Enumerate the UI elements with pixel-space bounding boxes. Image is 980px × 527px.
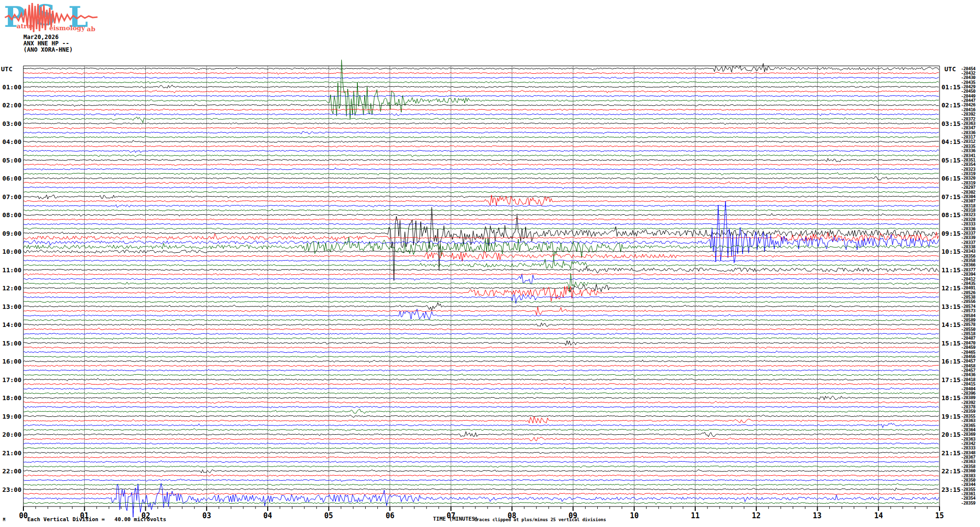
scale-note: Each Vertical Division = 40.00 microvolt… <box>27 516 166 523</box>
right-time-11:15: 11:15 <box>941 266 960 274</box>
right-time-18:15: 18:15 <box>941 394 960 402</box>
x-tick-10: 10 <box>626 511 643 520</box>
left-time-01:00: 01:00 <box>0 83 21 91</box>
x-tick-05: 05 <box>320 511 337 520</box>
right-time-15:15: 15:15 <box>941 340 960 347</box>
x-tick-04: 04 <box>259 511 276 520</box>
trace-row-90 <box>23 479 939 482</box>
trace-row-31 <box>23 209 939 211</box>
trace-row-81 <box>23 437 939 441</box>
left-time-23:00: 23:00 <box>0 486 21 493</box>
trace-row-13 <box>23 127 939 129</box>
x-tick-14: 14 <box>870 511 887 520</box>
right-time-12:15: 12:15 <box>941 284 960 292</box>
right-time-20:15: 20:15 <box>941 431 960 438</box>
trace-row-44 <box>23 266 939 273</box>
trace-row-0 <box>23 63 939 72</box>
trace-row-69 <box>23 383 939 385</box>
right-time-10:15: 10:15 <box>941 248 960 255</box>
trace-row-11 <box>23 117 939 123</box>
trace-row-46 <box>23 274 939 284</box>
trace-row-52 <box>23 303 939 311</box>
right-time-22:15: 22:15 <box>941 467 960 475</box>
trace-row-85 <box>23 456 939 459</box>
trace-row-51 <box>23 301 939 303</box>
corner-glyph: M <box>3 518 5 522</box>
trace-row-70 <box>23 387 939 389</box>
trace-row-78 <box>23 423 939 428</box>
trace-row-53 <box>23 307 939 315</box>
clip-note: Traces clipped at plus/minus 25 vertical… <box>474 517 606 522</box>
trace-row-9 <box>23 109 939 111</box>
left-time-14:00: 14:00 <box>0 321 21 328</box>
right-time-04:15: 04:15 <box>941 138 960 145</box>
x-tick-03: 03 <box>198 511 215 520</box>
trace-row-74 <box>23 406 939 408</box>
trace-row-65 <box>23 365 939 367</box>
trace-row-92 <box>23 488 939 491</box>
trace-row-86 <box>23 461 939 463</box>
left-time-21:00: 21:00 <box>0 449 21 457</box>
trace-row-93 <box>23 493 939 495</box>
right-time-23:15: 23:15 <box>941 486 960 493</box>
right-time-13:15: 13:15 <box>941 303 960 310</box>
trace-row-43 <box>23 258 939 269</box>
x-tick-15: 15 <box>931 511 948 520</box>
left-time-12:00: 12:00 <box>0 284 21 292</box>
trace-row-64 <box>23 360 939 363</box>
trace-row-24 <box>23 177 939 180</box>
trace-row-41 <box>23 252 939 262</box>
trace-row-58 <box>23 333 939 335</box>
trace-row-18 <box>23 150 939 153</box>
trace-row-3 <box>23 81 939 84</box>
right-time-19:15: 19:15 <box>941 413 960 420</box>
left-time-20:00: 20:00 <box>0 431 21 438</box>
left-time-22:00: 22:00 <box>0 467 21 475</box>
left-time-06:00: 06:00 <box>0 175 21 182</box>
right-time-02:15: 02:15 <box>941 101 960 109</box>
trace-row-95 <box>23 502 939 505</box>
trace-row-62 <box>23 351 939 354</box>
trace-row-72 <box>23 396 939 400</box>
right-time-05:15: 05:15 <box>941 157 960 164</box>
right-time-09:15: 09:15 <box>941 230 960 237</box>
trace-row-42 <box>23 260 939 262</box>
x-tick-11: 11 <box>687 511 704 520</box>
trace-row-4 <box>23 85 939 88</box>
trace-row-89 <box>23 474 939 477</box>
right-time-06:15: 06:15 <box>941 175 960 182</box>
left-time-04:00: 04:00 <box>0 138 21 145</box>
right-time-14:15: 14:15 <box>941 321 960 328</box>
trace-row-6 <box>23 95 939 97</box>
trace-row-16 <box>23 141 939 142</box>
trace-row-26 <box>23 186 939 189</box>
left-time-05:00: 05:00 <box>0 157 21 164</box>
x-tick-06: 06 <box>382 511 398 520</box>
trace-row-48 <box>23 284 939 292</box>
trace-row-77 <box>23 416 939 423</box>
trace-offset-95: -28359 <box>961 501 976 506</box>
trace-row-35 <box>23 228 939 230</box>
trace-row-28 <box>23 195 939 199</box>
left-time-11:00: 11:00 <box>0 266 21 274</box>
trace-row-57 <box>23 328 939 331</box>
trace-row-40 <box>23 250 939 253</box>
trace-row-47 <box>23 273 939 292</box>
trace-row-55 <box>23 319 939 322</box>
trace-row-1 <box>23 72 939 75</box>
left-time-03:00: 03:00 <box>0 120 21 127</box>
trace-row-12 <box>23 122 939 124</box>
left-time-18:00: 18:00 <box>0 394 21 402</box>
trace-row-80 <box>23 431 939 437</box>
right-time-07:15: 07:15 <box>941 193 960 201</box>
trace-row-19 <box>23 154 939 157</box>
trace-row-66 <box>23 369 939 372</box>
right-time-17:15: 17:15 <box>941 376 960 384</box>
trace-row-76 <box>23 415 939 418</box>
right-time-03:15: 03:15 <box>941 120 960 127</box>
trace-row-27 <box>23 191 939 194</box>
trace-row-5 <box>23 90 939 93</box>
trace-row-32 <box>23 213 939 216</box>
trace-row-25 <box>23 182 939 184</box>
trace-row-82 <box>23 442 939 445</box>
